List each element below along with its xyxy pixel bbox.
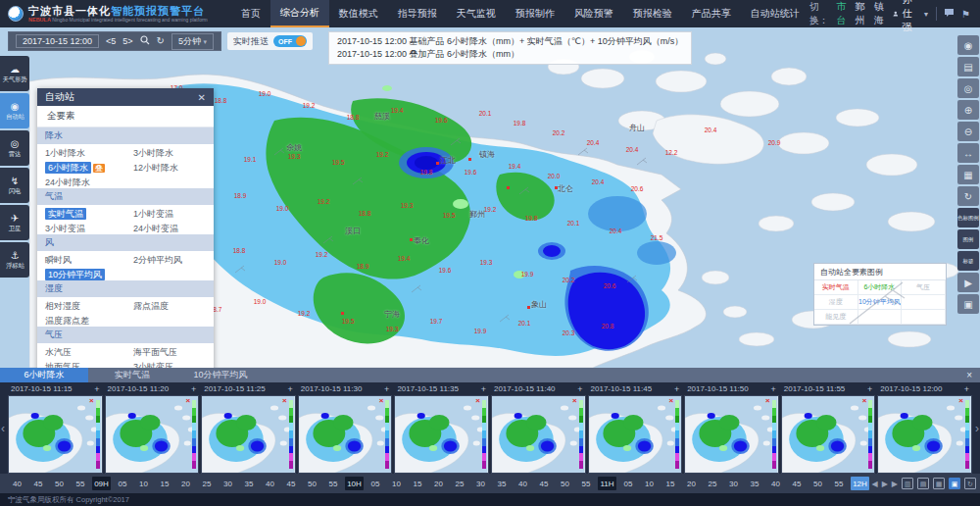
thumbnail-map[interactable]: × [201, 395, 296, 474]
nav-menu-item[interactable]: 预报制作 [506, 0, 564, 27]
minute-tick[interactable]: 30 [219, 477, 237, 490]
panel-option[interactable]: 2分钟平均风 [125, 251, 214, 266]
minute-tick[interactable]: 25 [704, 477, 722, 490]
step-back-button[interactable]: <5 [106, 36, 116, 46]
close-icon[interactable]: × [572, 396, 577, 405]
minute-tick[interactable]: 45 [535, 477, 554, 490]
measure-icon[interactable]: ↔ [957, 143, 979, 163]
map-option-button[interactable]: 标题 [957, 251, 979, 271]
panel-option[interactable]: 1小时降水 [37, 144, 125, 159]
timeline-thumbnail[interactable]: 2017-10-15 11:30+ × [298, 382, 393, 474]
close-icon[interactable]: × [765, 396, 770, 405]
product-tab[interactable]: 10分钟平均风 [176, 368, 265, 382]
close-icon[interactable]: × [862, 396, 867, 405]
timeline-thumbnail[interactable]: 2017-10-15 11:50+ × [684, 382, 779, 474]
close-icon[interactable]: × [958, 396, 963, 405]
minute-tick[interactable]: 05 [114, 477, 132, 490]
minute-tick[interactable]: 15 [409, 477, 427, 490]
minute-tick[interactable]: 40 [766, 477, 785, 490]
sidebar-tool[interactable]: ◉自动站 [0, 93, 29, 128]
panel-option[interactable]: 3小时变温 [37, 220, 125, 234]
search-icon[interactable] [140, 35, 150, 47]
minute-tick[interactable]: 50 [50, 477, 69, 490]
close-icon[interactable]: × [379, 396, 384, 405]
product-tab[interactable]: 6小时降水 [0, 368, 88, 382]
minute-tick[interactable]: 25 [451, 477, 469, 490]
capture-icon[interactable]: ▦ [933, 478, 945, 489]
marker-icon[interactable]: ◉ [957, 35, 979, 55]
datetime-field[interactable]: 2017-10-15 12:00 [16, 34, 99, 48]
minute-tick[interactable]: 50 [808, 477, 827, 490]
timeline-thumbnail[interactable]: 2017-10-15 11:40+ × [491, 382, 586, 474]
minute-tick[interactable]: 30 [471, 477, 490, 490]
reset-view-icon[interactable]: ↻ [957, 186, 979, 206]
loop-icon[interactable]: ↻ [964, 478, 976, 489]
minute-tick[interactable]: 30 [724, 477, 743, 490]
minute-tick[interactable]: 10 [134, 477, 153, 490]
nav-menu-item[interactable]: 天气监视 [447, 0, 506, 27]
minute-tick[interactable]: 40 [8, 477, 26, 490]
minute-tick[interactable]: 55 [830, 477, 849, 490]
panel-option[interactable]: 实时气温 [37, 205, 125, 220]
nav-menu-item[interactable]: 综合分析 [270, 0, 329, 27]
minute-tick[interactable]: 05 [367, 477, 385, 490]
map-option-button[interactable]: 色标图例 [957, 208, 979, 228]
minute-tick[interactable]: 35 [746, 477, 764, 490]
panel-option[interactable]: 3小时降水 [125, 144, 214, 159]
panel-option[interactable]: 12小时降水 [125, 159, 214, 174]
scroll-left-icon[interactable]: ‹ [1, 422, 5, 435]
timeline-thumbnail[interactable]: 2017-10-15 12:00+ × [877, 382, 972, 474]
thumbnail-map[interactable]: × [8, 395, 103, 474]
timeline-thumbnail[interactable]: 2017-10-15 11:35+ × [394, 382, 489, 474]
close-icon[interactable]: × [668, 396, 673, 405]
thumbnail-map[interactable]: × [491, 395, 586, 474]
thumbnail-map[interactable]: × [394, 395, 489, 474]
layers-icon[interactable]: ▤ [957, 57, 979, 76]
hour-tick[interactable]: 10H [345, 477, 364, 490]
switch-option[interactable]: 镇海 [874, 0, 886, 27]
zoom-out-icon[interactable]: ⊖ [957, 122, 979, 141]
timeline-thumbnail[interactable]: 2017-10-15 11:15+ × [8, 382, 103, 474]
thumbnail-map[interactable]: × [877, 395, 972, 474]
add-icon[interactable]: + [770, 384, 775, 394]
panel-option[interactable]: 温度露点差 [37, 312, 125, 327]
thumbnail-map[interactable]: × [684, 395, 779, 474]
product-tab[interactable]: 实时气温 [88, 368, 176, 382]
nav-menu-item[interactable]: 自动站统计 [741, 0, 809, 27]
hour-tick[interactable]: 11H [598, 477, 616, 490]
sidebar-tool[interactable]: ✈卫星 [0, 205, 29, 240]
sidebar-tool[interactable]: ☁天气形势 [0, 56, 29, 91]
thumbnail-map[interactable]: × [588, 395, 683, 474]
thumbnail-map[interactable]: × [781, 395, 876, 474]
sidebar-tool[interactable]: ↯闪电 [0, 168, 29, 203]
minute-tick[interactable]: 25 [198, 477, 217, 490]
minute-tick[interactable]: 55 [324, 477, 343, 490]
panel-option[interactable]: 瞬时风 [37, 251, 125, 266]
panel-option[interactable]: 1小时变温 [125, 205, 214, 220]
interval-select[interactable]: 5分钟 ▾ [172, 33, 214, 50]
timeline-thumbnail[interactable]: 2017-10-15 11:25+ × [201, 382, 296, 474]
minute-tick[interactable]: 15 [156, 477, 174, 490]
add-icon[interactable]: + [191, 384, 196, 394]
map-area[interactable]: 17.018.819.019.218.819.419.620.119.820.2… [0, 27, 980, 368]
timeline-thumbnail[interactable]: 2017-10-15 11:45+ × [588, 382, 683, 474]
panel-option[interactable]: 相对湿度 [37, 297, 125, 312]
minute-tick[interactable]: 50 [303, 477, 321, 490]
timeline-thumbnail[interactable]: 2017-10-15 11:55+ × [781, 382, 876, 474]
minute-tick[interactable]: 45 [29, 477, 48, 490]
add-icon[interactable]: + [964, 384, 969, 394]
minute-tick[interactable]: 20 [429, 477, 448, 490]
minute-tick[interactable]: 20 [176, 477, 195, 490]
add-icon[interactable]: + [384, 384, 389, 394]
add-icon[interactable]: + [288, 384, 293, 394]
panel-option[interactable]: 10分钟平均风 [37, 266, 125, 280]
minute-tick[interactable]: 55 [72, 477, 90, 490]
minute-tick[interactable]: 40 [514, 477, 532, 490]
refresh-icon[interactable]: ↻ [157, 36, 165, 46]
hour-tick[interactable]: 12H [851, 477, 869, 490]
user-menu[interactable]: 孙仕强 ▼ [893, 0, 930, 34]
switch-option[interactable]: 市台 [836, 0, 848, 27]
add-icon[interactable]: + [481, 384, 486, 394]
thumbnail-map[interactable]: × [298, 395, 393, 474]
close-icon[interactable]: × [89, 396, 94, 405]
